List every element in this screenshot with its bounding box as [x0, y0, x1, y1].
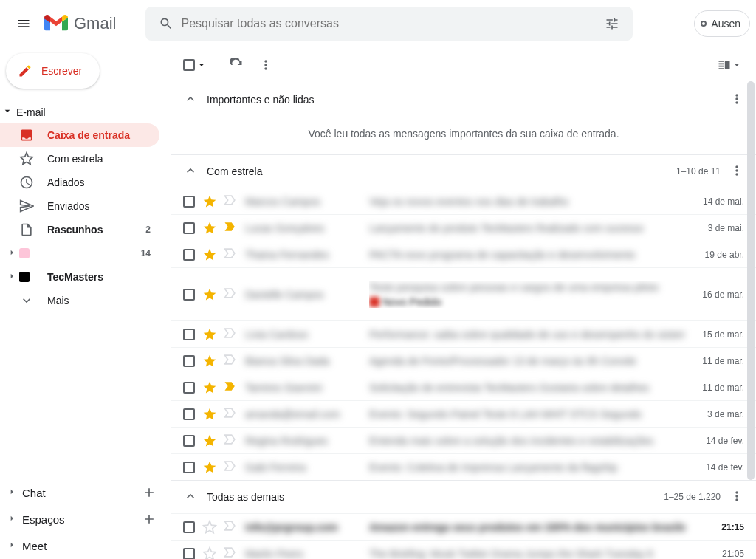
important-marker[interactable] — [223, 246, 236, 263]
email-row[interactable]: Marcos Campos Veja os novos eventos nos … — [171, 188, 756, 214]
email-date: 21:15 — [685, 522, 744, 532]
row-checkbox[interactable] — [183, 462, 195, 473]
row-checkbox[interactable] — [183, 548, 195, 560]
email-date: 3 de mar. — [685, 409, 744, 419]
nav-section-email[interactable]: E-mail — [0, 100, 168, 123]
star-button[interactable] — [202, 327, 217, 342]
attachment-chip[interactable]: Novo Pedido — [369, 296, 441, 308]
nav-label-pink[interactable]: 14 — [0, 241, 159, 265]
star-button[interactable] — [202, 354, 217, 368]
email-sender: info@prgroup.com — [245, 521, 369, 533]
important-marker[interactable] — [223, 459, 236, 476]
important-marker[interactable] — [223, 286, 236, 303]
email-row[interactable]: amanda@email.com Evento: Segundo Painel … — [171, 400, 756, 427]
email-subject: Performance: saiba sobre qualidade de us… — [369, 329, 685, 340]
email-sender: Livia Cardoso — [245, 329, 369, 340]
row-checkbox[interactable] — [183, 435, 195, 447]
main-menu-button[interactable] — [6, 6, 41, 41]
nav-sent[interactable]: Enviados — [0, 194, 159, 218]
status-indicator-icon — [701, 21, 707, 27]
split-pane-button[interactable] — [715, 50, 744, 80]
row-checkbox[interactable] — [183, 382, 195, 394]
section-more-button[interactable] — [729, 489, 744, 506]
gmail-logo[interactable]: Gmail — [44, 14, 116, 33]
more-button[interactable] — [251, 50, 281, 80]
important-marker[interactable] — [223, 518, 236, 535]
important-marker[interactable] — [223, 352, 236, 369]
row-checkbox[interactable] — [183, 289, 195, 301]
row-checkbox[interactable] — [183, 355, 195, 367]
star-button[interactable] — [202, 221, 217, 236]
section-more-button[interactable] — [729, 163, 744, 180]
search-icon[interactable] — [151, 16, 181, 31]
nav-espacos[interactable]: Espaços — [0, 506, 168, 532]
row-checkbox[interactable] — [183, 521, 195, 533]
section-more-button[interactable] — [729, 92, 744, 109]
email-subject: Agenda de Ponto/Processador 13 de março … — [369, 355, 685, 367]
important-marker[interactable] — [223, 219, 236, 236]
nav-starred[interactable]: Com estrela — [0, 147, 159, 171]
row-checkbox[interactable] — [183, 329, 195, 340]
star-button[interactable] — [202, 520, 217, 535]
menu-icon — [16, 16, 31, 31]
chevron-right-icon — [6, 512, 18, 524]
status-button[interactable]: Ausen — [694, 10, 750, 37]
important-marker[interactable] — [223, 432, 236, 449]
nav-inbox[interactable]: Caixa de entrada — [0, 123, 159, 147]
search-bar[interactable] — [145, 7, 633, 41]
section-collapse-button[interactable] — [183, 163, 198, 180]
email-row[interactable]: Bianca Silva Dada Agenda de Ponto/Proces… — [171, 347, 756, 374]
email-row[interactable]: Martin Peers The Briefing: Musk Twitter … — [171, 540, 756, 559]
email-subject: Solicitação de entrevista TecMasters Gos… — [369, 382, 685, 394]
row-checkbox[interactable] — [183, 249, 195, 261]
espacos-add-button[interactable] — [139, 509, 159, 529]
star-button[interactable] — [202, 546, 217, 560]
star-button[interactable] — [202, 433, 217, 448]
star-button[interactable] — [202, 287, 217, 302]
email-row[interactable]: Livia Cardoso Performance: saiba sobre q… — [171, 320, 756, 347]
email-subject: Teste pesquisa sobre pessoas e cargos de… — [369, 281, 685, 293]
section-collapse-button[interactable] — [183, 92, 198, 109]
star-button[interactable] — [202, 460, 217, 475]
nav-chat[interactable]: Chat — [0, 479, 168, 506]
more-vert-icon — [729, 92, 744, 106]
section-collapse-button[interactable] — [183, 489, 198, 506]
important-marker[interactable] — [223, 405, 236, 422]
nav-meet[interactable]: Meet — [0, 532, 168, 559]
star-button[interactable] — [202, 407, 217, 422]
compose-button[interactable]: Escrever — [6, 53, 100, 89]
section-title: Com estrela — [207, 165, 262, 177]
nav-drafts[interactable]: Rascunhos 2 — [0, 218, 159, 241]
nav-label-tecmasters[interactable]: TecMasters — [0, 265, 159, 289]
nav-snoozed[interactable]: Adiados — [0, 171, 159, 194]
email-row[interactable]: Danielle Campos Teste pesquisa sobre pes… — [171, 267, 756, 320]
scrollbar-thumb[interactable] — [747, 81, 755, 480]
email-row[interactable]: Gabi Ferreira Evento: Coletiva de Impren… — [171, 453, 756, 480]
refresh-button[interactable] — [221, 50, 251, 80]
important-marker[interactable] — [223, 193, 236, 210]
star-button[interactable] — [202, 380, 217, 395]
chevron-right-icon — [6, 539, 18, 551]
select-all-checkbox[interactable] — [183, 58, 207, 72]
important-marker[interactable] — [223, 545, 236, 559]
email-row[interactable]: Thaina Fernandes PACTA novo programa de … — [171, 241, 756, 267]
email-row[interactable]: info@prgroup.com Amazon entrega seus pro… — [171, 513, 756, 540]
email-row[interactable]: Tamires Giannini Solicitação de entrevis… — [171, 374, 756, 400]
row-checkbox[interactable] — [183, 222, 195, 234]
row-checkbox[interactable] — [183, 408, 195, 420]
scrollbar[interactable] — [746, 81, 756, 484]
search-options-button[interactable] — [597, 16, 627, 31]
important-marker[interactable] — [223, 326, 236, 343]
nav-more[interactable]: Mais — [0, 289, 159, 312]
email-date: 14 de fev. — [685, 462, 744, 473]
star-button[interactable] — [202, 194, 217, 209]
email-date: 3 de mai. — [685, 223, 744, 233]
star-button[interactable] — [202, 247, 217, 262]
important-marker[interactable] — [223, 379, 236, 396]
chat-add-button[interactable] — [139, 482, 159, 503]
email-row[interactable]: Regina Rodrigues Entenda mais sobre a so… — [171, 427, 756, 453]
email-row[interactable]: Lucas Gonçalves Lançamento do produto Te… — [171, 214, 756, 241]
row-checkbox[interactable] — [183, 196, 195, 208]
search-input[interactable] — [181, 17, 597, 30]
section-todas: Todas as demais 1–25 de 1.220 info@prgro… — [171, 480, 756, 559]
